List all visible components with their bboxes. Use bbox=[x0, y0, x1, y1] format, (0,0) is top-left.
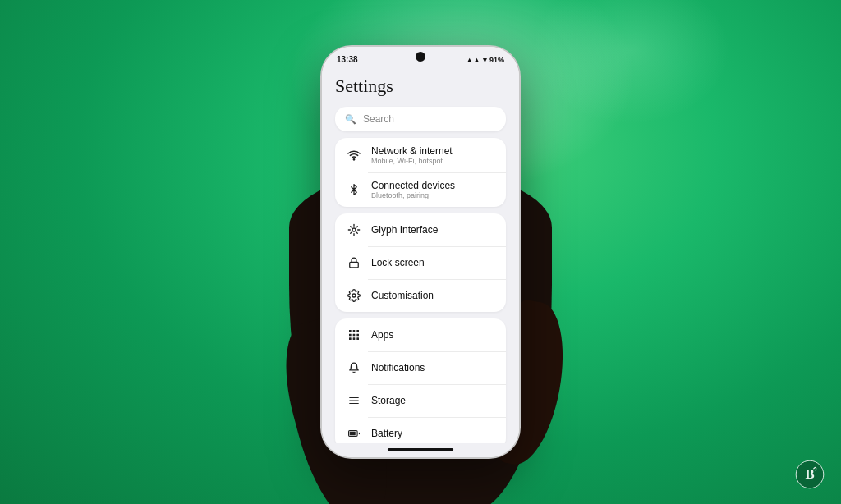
svg-rect-2 bbox=[350, 262, 359, 267]
storage-icon bbox=[345, 392, 363, 410]
svg-rect-7 bbox=[349, 334, 352, 337]
svg-point-3 bbox=[352, 294, 356, 297]
status-time: 13:38 bbox=[337, 55, 358, 64]
settings-item-battery[interactable]: Battery bbox=[335, 417, 506, 443]
settings-item-connected-devices[interactable]: Connected devices Bluetooth, pairing bbox=[335, 172, 506, 207]
battery-icon bbox=[345, 424, 363, 442]
network-title: Network & internet bbox=[371, 145, 453, 157]
status-bar: 13:38 ▲▲ ▾ 91% bbox=[322, 47, 519, 67]
svg-rect-8 bbox=[353, 334, 356, 337]
screen-content: Settings 🔍 Search bbox=[322, 67, 519, 443]
network-text: Network & internet Mobile, Wi-Fi, hotspo… bbox=[371, 145, 453, 165]
connected-devices-text: Connected devices Bluetooth, pairing bbox=[371, 180, 455, 199]
signal-icon: ▲▲ bbox=[466, 56, 480, 64]
storage-title: Storage bbox=[371, 395, 406, 406]
settings-group-system: Apps Notifications bbox=[335, 318, 506, 443]
home-indicator bbox=[388, 448, 453, 451]
search-placeholder: Search bbox=[363, 113, 394, 125]
customisation-icon bbox=[345, 286, 363, 305]
settings-group-features: Glyph Interface Lock screen bbox=[335, 213, 506, 312]
svg-rect-12 bbox=[356, 337, 359, 340]
glyph-title: Glyph Interface bbox=[371, 224, 438, 236]
svg-rect-9 bbox=[356, 334, 359, 337]
svg-point-0 bbox=[353, 159, 354, 160]
settings-item-apps[interactable]: Apps bbox=[335, 318, 506, 351]
svg-rect-4 bbox=[349, 330, 352, 332]
storage-text: Storage bbox=[371, 395, 406, 406]
network-subtitle: Mobile, Wi-Fi, hotspot bbox=[371, 157, 453, 165]
svg-rect-5 bbox=[353, 330, 356, 332]
hand-container: 13:38 ▲▲ ▾ 91% Settings 🔍 Sear bbox=[264, 14, 577, 490]
phone-screen: 13:38 ▲▲ ▾ 91% Settings 🔍 Sear bbox=[322, 47, 519, 457]
svg-rect-11 bbox=[353, 337, 356, 340]
status-icons: ▲▲ ▾ 91% bbox=[466, 56, 504, 64]
camera-notch bbox=[416, 52, 425, 62]
settings-item-glyph[interactable]: Glyph Interface bbox=[335, 213, 506, 246]
glyph-text: Glyph Interface bbox=[371, 224, 438, 236]
settings-group-connectivity: Network & internet Mobile, Wi-Fi, hotspo… bbox=[335, 138, 506, 207]
notifications-title: Notifications bbox=[371, 362, 425, 373]
battery-title: Battery bbox=[371, 428, 402, 439]
search-icon: 🔍 bbox=[345, 114, 356, 125]
svg-text:B: B bbox=[805, 466, 814, 482]
wifi-status-icon: ▾ bbox=[483, 56, 487, 64]
settings-item-customisation[interactable]: Customisation bbox=[335, 279, 506, 312]
svg-rect-10 bbox=[349, 337, 352, 340]
settings-item-storage[interactable]: Storage bbox=[335, 384, 506, 417]
svg-point-1 bbox=[352, 228, 356, 231]
connected-devices-title: Connected devices bbox=[371, 180, 455, 191]
notifications-text: Notifications bbox=[371, 362, 425, 373]
lock-screen-title: Lock screen bbox=[371, 257, 425, 268]
bluetooth-icon bbox=[345, 181, 363, 199]
search-bar[interactable]: 🔍 Search bbox=[335, 107, 506, 131]
settings-item-notifications[interactable]: Notifications bbox=[335, 351, 506, 384]
watermark-logo: B bbox=[795, 460, 825, 489]
svg-rect-6 bbox=[356, 330, 359, 332]
apps-title: Apps bbox=[371, 329, 393, 341]
apps-icon bbox=[345, 326, 363, 344]
wifi-icon bbox=[345, 146, 363, 164]
battery-text: Battery bbox=[371, 428, 402, 439]
customisation-title: Customisation bbox=[371, 290, 434, 301]
battery-status: 91% bbox=[489, 56, 504, 64]
phone-device: 13:38 ▲▲ ▾ 91% Settings 🔍 Sear bbox=[322, 47, 519, 457]
glyph-icon bbox=[345, 221, 363, 239]
svg-rect-18 bbox=[350, 432, 356, 436]
customisation-text: Customisation bbox=[371, 290, 434, 301]
page-title: Settings bbox=[335, 76, 506, 97]
lock-screen-text: Lock screen bbox=[371, 257, 425, 268]
settings-item-lock-screen[interactable]: Lock screen bbox=[335, 246, 506, 279]
connected-devices-subtitle: Bluetooth, pairing bbox=[371, 191, 455, 199]
lock-icon bbox=[345, 254, 363, 272]
apps-text: Apps bbox=[371, 329, 393, 341]
settings-item-network[interactable]: Network & internet Mobile, Wi-Fi, hotspo… bbox=[335, 138, 506, 172]
bell-icon bbox=[345, 359, 363, 377]
